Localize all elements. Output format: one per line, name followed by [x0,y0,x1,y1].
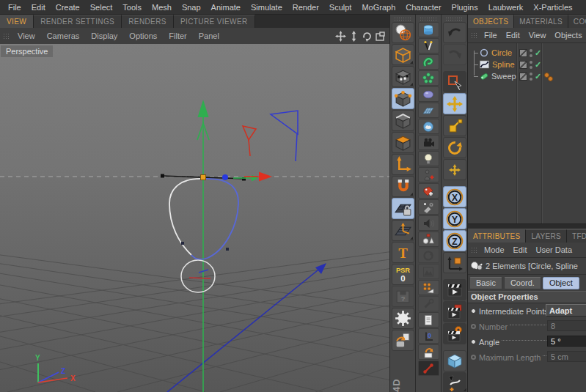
group-header[interactable]: Object Properties [468,291,586,303]
layer-toggle[interactable] [519,73,527,81]
move-tool-button[interactable] [443,93,466,114]
vpmenu-options[interactable]: Options [123,32,163,40]
property-bullet[interactable] [471,355,476,360]
number-field[interactable]: 8 [547,320,586,331]
menu-create[interactable]: Create [51,3,85,12]
visibility-dots[interactable] [530,73,532,81]
redo-button[interactable] [443,44,466,65]
rotate-tool-button[interactable] [443,137,466,158]
maximize-icon[interactable] [375,31,386,42]
save-state-button[interactable]: ? [392,286,414,307]
z-axis-lock-button[interactable]: Z [443,230,466,251]
drag-grip-icon[interactable] [471,247,477,254]
vpmenu-panel[interactable]: Panel [193,32,225,40]
psr-button[interactable]: PSR 0 [392,264,414,285]
floor-button[interactable] [418,103,439,118]
layer-toggle[interactable] [519,49,527,57]
menu-snap[interactable]: Snap [177,3,206,12]
tag-button[interactable] [418,183,439,199]
object-label[interactable]: Spline [492,60,515,69]
enabled-checkmark[interactable]: ✓ [535,49,541,57]
menu-select[interactable]: Select [85,3,118,12]
menu-xparticles[interactable]: X-Particles [528,3,577,12]
cube-primitive-button[interactable] [443,350,466,371]
object-label[interactable]: Sweep [491,72,516,81]
folder-arrow-button[interactable] [418,344,439,360]
camera-label[interactable]: Perspective [1,45,53,57]
metaball-button[interactable] [418,86,439,102]
menu-edit[interactable]: Edit [26,3,51,12]
disabled-command-a-button[interactable] [418,248,439,263]
objmenu-objects[interactable]: Objects [550,31,586,40]
edge-mode-button[interactable] [392,110,414,131]
menu-plugins[interactable]: Plugins [447,3,483,12]
workplane-lock-button[interactable] [392,198,414,219]
object-row-spline[interactable]: Spline ✓ [468,59,586,70]
visibility-dots[interactable] [530,61,532,69]
object-tag-dot[interactable] [548,76,553,81]
palette-grip-icon[interactable] [445,17,464,21]
texture-button[interactable]: T [392,242,414,263]
sky-button[interactable] [418,119,439,134]
bone-button[interactable] [418,360,439,376]
hand-copy-button[interactable] [392,330,414,351]
selected-point[interactable] [201,175,206,180]
axis-zero-button[interactable]: 0 [418,328,439,344]
render-picture-viewer-button[interactable] [443,301,466,322]
array-button[interactable] [418,70,439,86]
model-mode-button[interactable] [392,44,414,65]
attrmenu-userdata[interactable]: User Data [532,245,577,254]
particles-button[interactable] [418,280,439,295]
render-settings-button[interactable] [443,323,466,344]
xpresso-button[interactable] [418,199,439,215]
tab-render-settings[interactable]: RENDER SETTINGS [34,15,122,28]
object-row-circle[interactable]: Circle ✓ [468,47,586,59]
scale-tool-button[interactable] [443,115,466,136]
vpmenu-display[interactable]: Display [85,32,123,40]
points-mode-button[interactable] [392,88,414,109]
sweep-button[interactable] [418,54,439,70]
attrmenu-edit[interactable]: Edit [509,245,532,254]
menu-tools[interactable]: Tools [117,3,147,12]
disabled-command-b-button[interactable] [418,264,439,279]
camera-button[interactable] [418,135,439,150]
object-row-sweep[interactable]: Sweep ✓ [468,70,586,82]
layer-toggle[interactable] [519,61,527,69]
objmenu-edit[interactable]: Edit [502,31,524,40]
sound-button[interactable] [418,215,439,231]
rotate-icon[interactable] [362,31,373,42]
objmenu-view[interactable]: View [524,31,551,40]
tangent-point-blue[interactable] [222,174,228,180]
tab-renders[interactable]: RENDERS [122,15,174,28]
spline-point-left[interactable] [181,242,184,245]
vpmenu-cameras[interactable]: Cameras [41,32,86,40]
property-bullet[interactable] [471,308,476,314]
menu-character[interactable]: Character [400,3,446,12]
property-bullet[interactable] [471,339,476,344]
pan-icon[interactable] [335,31,346,42]
maximum-length-field[interactable]: 5 cm [547,351,586,362]
tab-tfd[interactable]: TFD [567,229,586,243]
section-tab-coord[interactable]: Coord. [504,277,541,289]
drag-grip-icon[interactable] [3,33,10,40]
zoom-icon[interactable] [348,31,359,42]
tab-attributes[interactable]: ATTRIBUTES [468,229,526,243]
coordinate-system-button[interactable] [443,252,466,273]
polygon-mode-button[interactable] [392,132,414,153]
spline-point-right[interactable] [226,248,229,251]
character-button[interactable] [418,167,439,182]
object-label[interactable]: Circle [491,48,512,57]
visibility-dots[interactable] [530,49,532,57]
last-tool-button[interactable] [443,159,466,180]
intermediate-points-dropdown[interactable]: Adapt [546,304,586,317]
tab-coordinates[interactable]: COO [568,15,586,28]
menu-simulate[interactable]: Simulate [246,3,287,12]
light-button[interactable] [418,151,439,166]
section-tab-basic[interactable]: Basic [469,277,502,289]
cylinder-button[interactable] [418,22,439,37]
enabled-checkmark[interactable]: ✓ [535,73,541,81]
menu-render[interactable]: Render [287,3,324,12]
palette-grip-icon[interactable] [420,17,437,21]
palette-grip-icon[interactable] [394,17,411,21]
y-axis-lock-button[interactable]: Y [443,208,466,229]
